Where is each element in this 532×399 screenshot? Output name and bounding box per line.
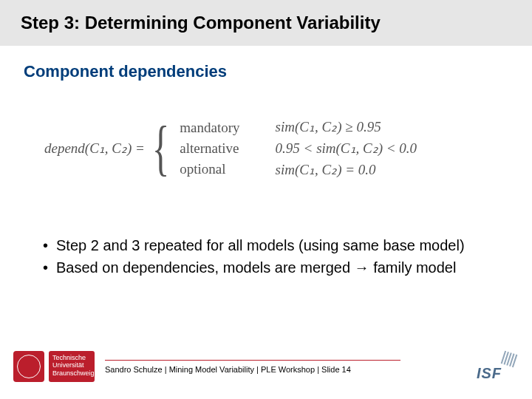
- footer-center: Sandro Schulze | Mining Model Variabilit…: [105, 360, 460, 374]
- bullet-list: Step 2 and 3 repeated for all models (us…: [0, 236, 532, 277]
- footer-text: Sandro Schulze | Mining Model Variabilit…: [105, 365, 460, 374]
- footer: Technische Universität Braunschweig Sand…: [0, 344, 532, 389]
- formula-conditions: sim(C₁, C₂) ≥ 0.95 0.95 < sim(C₁, C₂) < …: [276, 118, 417, 178]
- isf-stripes-icon: [501, 351, 518, 368]
- isf-text: ISF: [477, 365, 502, 382]
- isf-logo: ISF: [460, 351, 519, 382]
- slide-title: Step 3: Determining Component Variabilit…: [21, 13, 381, 33]
- tu-braunschweig-logo: Technische Universität Braunschweig: [13, 351, 95, 382]
- bullet-1: Step 2 and 3 repeated for all models (us…: [43, 236, 488, 255]
- formula: depend(C₁, C₂) = { mandatory alternative…: [0, 118, 532, 178]
- header-bar: Step 3: Determining Component Variabilit…: [0, 0, 532, 46]
- cond-1: sim(C₁, C₂) ≥ 0.95: [276, 118, 417, 135]
- case-optional: optional: [180, 161, 239, 177]
- footer-divider: [105, 360, 400, 361]
- case-alternative: alternative: [180, 140, 239, 157]
- uni-line-2: Universität: [52, 361, 91, 369]
- cond-3: sim(C₁, C₂) = 0.0: [276, 161, 417, 178]
- formula-lhs: depend(C₁, C₂) =: [44, 140, 145, 157]
- formula-cases: mandatory alternative optional: [180, 120, 239, 177]
- bullet-2: Based on dependencies, models are merged…: [43, 258, 488, 277]
- tu-seal-icon: [13, 351, 44, 382]
- uni-line-3: Braunschweig: [52, 369, 91, 377]
- uni-line-1: Technische: [52, 354, 91, 361]
- cond-2: 0.95 < sim(C₁, C₂) < 0.0: [276, 140, 417, 157]
- case-mandatory: mandatory: [180, 120, 239, 136]
- subtitle: Component dependencies: [24, 62, 532, 81]
- tu-text: Technische Universität Braunschweig: [49, 351, 95, 382]
